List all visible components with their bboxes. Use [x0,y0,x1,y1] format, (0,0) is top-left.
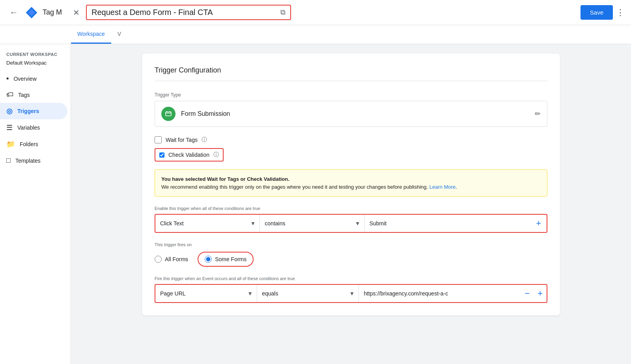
all-forms-label: All Forms [165,256,188,262]
save-button[interactable]: Save [581,5,613,20]
condition-value-input[interactable] [365,215,530,232]
nav-tabs: Workspace V [0,25,631,44]
sidebar-label-folders: Folders [20,141,38,147]
all-forms-radio[interactable] [155,256,162,263]
fire-conditions-label: Fire this trigger when an Event occurs a… [155,276,547,281]
templates-icon: □ [6,156,11,165]
sidebar-label-tags: Tags [18,92,30,98]
wait-for-tags-help-icon[interactable]: ⓘ [202,136,207,143]
copy-icon[interactable]: ⧉ [280,8,286,17]
sidebar-item-variables[interactable]: ☰ Variables [0,119,67,136]
tags-icon: 🏷 [6,91,13,99]
condition-operator-wrap: contains equals starts with ends with ▼ [260,215,364,232]
trigger-name: Form Submission [181,110,535,117]
warning-bold: You have selected Wait for Tags or Check… [161,176,289,182]
sidebar-label-overview: Overview [13,76,36,82]
conditions-label: Enable this trigger when all of these co… [155,206,547,211]
sidebar-item-overview[interactable]: ▪ Overview [0,71,67,87]
sidebar-item-triggers[interactable]: ◎ Triggers [0,103,67,119]
condition-operator-select[interactable]: contains equals starts with ends with [260,215,364,232]
page-url-operator-wrap: contains equals starts with ▼ [257,285,359,302]
variables-icon: ☰ [6,123,13,132]
learn-more-link[interactable]: Learn More [429,184,456,190]
page-url-operator-select[interactable]: contains equals starts with [257,285,358,302]
sidebar-section-label: CURRENT WORKSPAC [0,47,71,58]
condition-add-button-2[interactable]: + [534,288,547,299]
page-url-field-select[interactable]: Page URL Click Text Click Element [155,285,257,302]
condition-row-2: Page URL Click Text Click Element ▼ cont… [155,284,547,303]
close-button[interactable]: ✕ [73,8,80,17]
edit-trigger-icon[interactable]: ✏ [535,110,541,118]
sidebar-label-variables: Variables [17,124,40,131]
app-title: Tag M [43,8,62,17]
top-bar: ← Tag M ✕ ⧉ Save ⋮ [0,0,631,25]
config-card: Trigger Configuration Trigger Type Form … [142,54,560,316]
wait-for-tags-checkbox[interactable] [155,136,162,143]
sidebar-label-templates: Templates [15,158,41,164]
svg-rect-0 [166,112,171,116]
check-validation-help-icon[interactable]: ⓘ [213,151,219,158]
condition-field-select[interactable]: Click Text Page URL Click Element Click … [155,215,259,232]
check-validation-row: Check Validation ⓘ [155,148,224,162]
some-forms-radio[interactable] [205,256,212,263]
wait-for-tags-row: Wait for Tags ⓘ [155,136,547,143]
check-validation-checkbox[interactable] [159,152,164,158]
logo-icon [24,6,39,20]
condition-row-1: Click Text Page URL Click Element Click … [155,214,547,233]
trigger-icon [161,107,175,121]
config-title: Trigger Configuration [155,66,547,81]
main-content: Trigger Configuration Trigger Type Form … [71,44,631,364]
condition-field-wrap: Click Text Page URL Click Element Click … [155,215,260,232]
sidebar-item-tags[interactable]: 🏷 Tags [0,87,67,103]
condition-add-button[interactable]: + [530,218,547,228]
trigger-type-box: Form Submission ✏ [155,101,547,127]
trigger-type-label: Trigger Type [155,92,547,98]
more-options-button[interactable]: ⋮ [616,7,625,18]
all-forms-row: All Forms [155,256,188,263]
checkbox-group: Wait for Tags ⓘ Check Validation ⓘ [155,136,547,162]
folders-icon: 📁 [6,140,15,149]
sidebar: CURRENT WORKSPAC Default Workspac ▪ Over… [0,44,71,364]
warning-text: We recommend enabling this trigger only … [161,184,428,190]
fires-on-section: This trigger fires on All Forms Some For… [155,242,547,267]
tab-workspace[interactable]: Workspace [71,25,111,44]
sidebar-workspace-name: Default Workspac [0,58,71,71]
title-input[interactable] [91,8,277,17]
page-url-value-input[interactable] [359,285,521,302]
overview-icon: ▪ [6,74,9,83]
tab-v[interactable]: V [111,25,127,44]
wait-for-tags-label: Wait for Tags [166,137,198,143]
warning-banner: You have selected Wait for Tags or Check… [155,169,547,197]
check-validation-label: Check Validation [168,152,209,158]
condition-remove-button[interactable]: − [521,288,534,299]
layout: CURRENT WORKSPAC Default Workspac ▪ Over… [0,44,631,364]
some-forms-wrap: Some Forms [198,252,254,267]
sidebar-item-folders[interactable]: 📁 Folders [0,136,67,152]
page-url-field-wrap: Page URL Click Text Click Element ▼ [155,285,257,302]
sidebar-label-triggers: Triggers [17,108,39,114]
triggers-icon: ◎ [6,107,13,115]
radio-group: All Forms Some Forms [155,252,547,267]
some-forms-label: Some Forms [215,256,246,262]
title-input-wrap: ⧉ [86,5,291,20]
sidebar-item-templates[interactable]: □ Templates [0,152,67,169]
back-button[interactable]: ← [6,6,21,19]
fires-on-label: This trigger fires on [155,242,547,247]
some-forms-row: Some Forms [205,256,246,263]
